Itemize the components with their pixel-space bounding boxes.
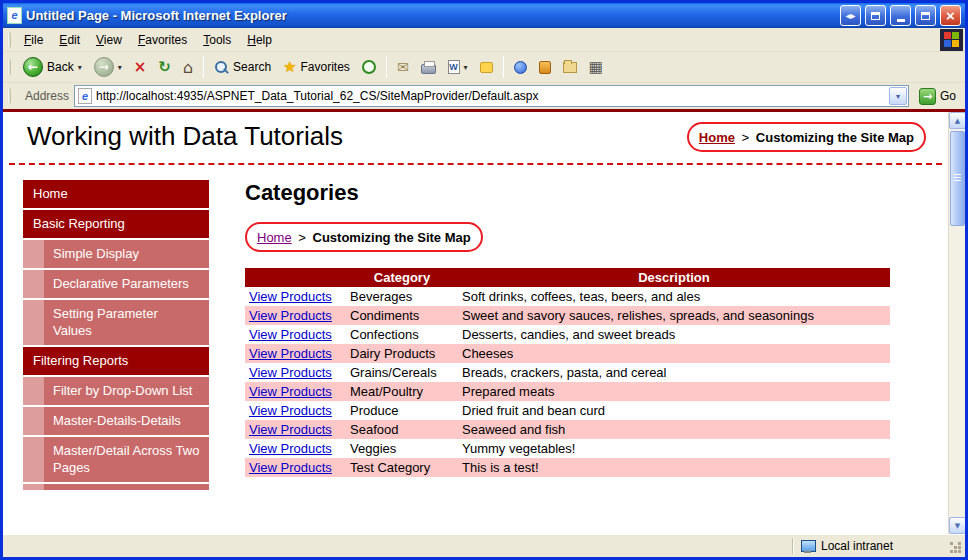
view-products-link[interactable]: View Products (249, 422, 332, 437)
toolbar-grip[interactable] (8, 88, 11, 104)
sidebar-item-partial (23, 484, 209, 490)
vertical-scrollbar[interactable]: ▲ ▼ (948, 112, 965, 534)
view-products-link[interactable]: View Products (249, 384, 332, 399)
category-cell: Condiments (346, 306, 458, 325)
sidebar-item-basic-reporting[interactable]: Basic Reporting (23, 210, 209, 238)
research-button[interactable] (534, 54, 556, 81)
toolbar-grip[interactable] (8, 32, 11, 48)
menu-item-edit[interactable]: Edit (51, 29, 88, 51)
search-label: Search (233, 60, 271, 74)
site-title: Working with Data Tutorials (27, 121, 343, 152)
sidebar-indent (23, 484, 44, 490)
view-products-cell: View Products (245, 325, 346, 344)
category-cell: Beverages (346, 287, 458, 306)
scrollbar-thumb[interactable] (950, 131, 965, 226)
description-cell: Breads, crackers, pasta, and cereal (458, 363, 890, 382)
standard-toolbar: ← Back ▾ → ▾ × ↻ ⌂ Search ★ Favorites (3, 52, 965, 83)
sidebar-item-label: Master/Detail Across Two Pages (44, 437, 209, 482)
sidebar-item-filter-by-drop-down-list[interactable]: Filter by Drop-Down List (23, 377, 209, 405)
edit-button[interactable]: W ▾ (443, 54, 473, 81)
description-cell: This is a test! (458, 458, 890, 477)
back-button[interactable]: ← Back ▾ (18, 54, 87, 81)
discuss-button[interactable] (475, 54, 498, 81)
view-products-link[interactable]: View Products (249, 441, 332, 456)
menu-item-tools[interactable]: Tools (195, 29, 239, 51)
refresh-button[interactable]: ↻ (153, 54, 176, 81)
home-button[interactable]: ⌂ (178, 54, 198, 81)
view-products-link[interactable]: View Products (249, 327, 332, 342)
sidebar-item-master-details-details[interactable]: Master-Details-Details (23, 407, 209, 435)
grid-button[interactable]: ▦ (584, 54, 608, 81)
description-cell: Sweet and savory sauces, relishes, sprea… (458, 306, 890, 325)
sidebar-item-filtering-reports[interactable]: Filtering Reports (23, 347, 209, 375)
forward-button[interactable]: → ▾ (89, 54, 127, 81)
view-products-link[interactable]: View Products (249, 365, 332, 380)
sidebar-item-label: Setting Parameter Values (44, 300, 209, 345)
titlebar-arrows-button[interactable]: ◂▸ (840, 5, 861, 26)
address-bar: Address e http://localhost:4935/ASPNET_D… (3, 83, 965, 109)
status-bar: Local intranet (3, 534, 965, 557)
view-products-link[interactable]: View Products (249, 289, 332, 304)
view-products-link[interactable]: View Products (249, 460, 332, 475)
sidebar-indent (23, 377, 44, 405)
sidebar-item-declarative-parameters[interactable]: Declarative Parameters (23, 270, 209, 298)
history-button[interactable] (357, 54, 381, 81)
sidebar-item-setting-parameter-values[interactable]: Setting Parameter Values (23, 300, 209, 345)
breadcrumb-annotation-main: Home > Customizing the Site Map (245, 222, 483, 252)
go-label: Go (940, 89, 956, 103)
table-row: View ProductsTest CategoryThis is a test… (245, 458, 890, 477)
sidebar-item-simple-display[interactable]: Simple Display (23, 240, 209, 268)
maximize-icon (921, 12, 930, 20)
toolbar-grip[interactable] (8, 59, 11, 75)
status-divider (792, 538, 794, 554)
titlebar-window-button[interactable] (865, 5, 886, 26)
page-content: Working with Data Tutorials Home > Custo… (3, 112, 948, 534)
breadcrumb-home-link[interactable]: Home (699, 130, 735, 145)
go-icon: → (919, 88, 936, 105)
view-products-link[interactable]: View Products (249, 308, 332, 323)
grid-icon: ▦ (589, 58, 603, 76)
folders-icon (563, 62, 577, 73)
close-button[interactable]: × (940, 5, 961, 26)
sidebar-item-label (44, 484, 209, 490)
view-products-cell: View Products (245, 382, 346, 401)
sidebar-item-home[interactable]: Home (23, 180, 209, 208)
sidebar-item-label: Master-Details-Details (44, 407, 209, 435)
mail-button[interactable]: ✉ (392, 54, 414, 81)
breadcrumb-annotation-top: Home > Customizing the Site Map (687, 122, 926, 152)
stop-button[interactable]: × (129, 54, 152, 81)
breadcrumb-top: Home > Customizing the Site Map (699, 130, 914, 145)
view-products-link[interactable]: View Products (249, 403, 332, 418)
ie-page-icon: e (7, 7, 22, 24)
menu-item-file[interactable]: File (16, 29, 51, 51)
toolbar-separator (386, 56, 387, 78)
print-button[interactable] (416, 54, 441, 81)
address-dropdown-button[interactable]: ▾ (889, 87, 907, 105)
print-icon (421, 64, 436, 74)
folders-button[interactable] (558, 54, 582, 81)
messenger-button[interactable] (509, 54, 532, 81)
messenger-icon (514, 61, 527, 74)
scroll-down-button[interactable]: ▼ (949, 517, 966, 534)
maximize-button[interactable] (915, 5, 936, 26)
mail-icon: ✉ (397, 59, 409, 75)
description-cell: Dried fruit and bean curd (458, 401, 890, 420)
menu-item-favorites[interactable]: Favorites (130, 29, 195, 51)
search-button[interactable]: Search (209, 54, 276, 81)
category-cell: Produce (346, 401, 458, 420)
breadcrumb-home-link[interactable]: Home (257, 230, 292, 245)
go-button[interactable]: → Go (914, 88, 961, 105)
menu-item-help[interactable]: Help (239, 29, 280, 51)
scroll-up-button[interactable]: ▲ (949, 112, 966, 129)
site-header: Working with Data Tutorials Home > Custo… (3, 121, 948, 152)
favorites-button[interactable]: ★ Favorites (278, 54, 355, 81)
minimize-button[interactable] (890, 5, 911, 26)
view-products-cell: View Products (245, 420, 346, 439)
forward-dropdown-icon: ▾ (118, 63, 122, 72)
view-products-link[interactable]: View Products (249, 346, 332, 361)
resize-grip[interactable] (950, 542, 963, 555)
sidebar-item-master-detail-across-two-pages[interactable]: Master/Detail Across Two Pages (23, 437, 209, 482)
menu-item-view[interactable]: View (88, 29, 130, 51)
address-input[interactable]: e http://localhost:4935/ASPNET_Data_Tuto… (74, 85, 909, 107)
browser-window: e Untitled Page - Microsoft Internet Exp… (0, 0, 968, 560)
